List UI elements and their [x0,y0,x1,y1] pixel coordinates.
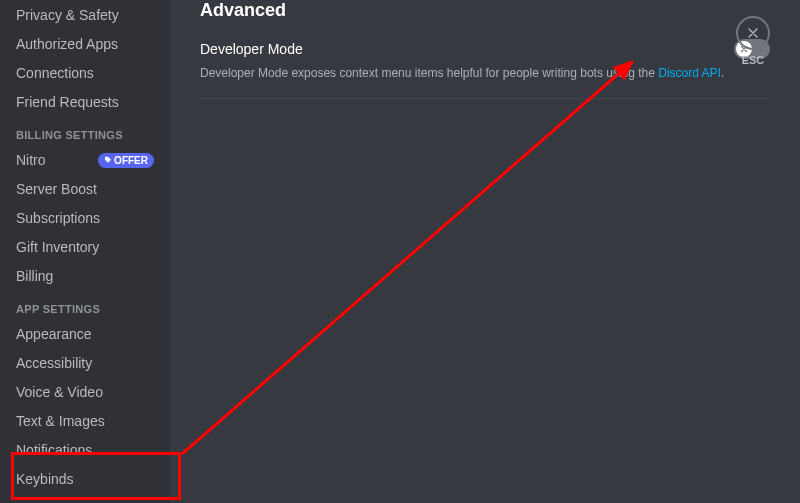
close-icon [745,25,761,41]
sidebar-item-billing[interactable]: Billing [8,262,162,290]
sidebar-item-connections[interactable]: Connections [8,59,162,87]
page-title: Advanced [200,0,770,21]
sidebar-item-server-boost[interactable]: Server Boost [8,175,162,203]
tag-icon [104,156,112,164]
close-button[interactable] [736,16,770,50]
offer-badge: OFFER [98,153,154,168]
sidebar-item-subscriptions[interactable]: Subscriptions [8,204,162,232]
setting-description: Developer Mode exposes context menu item… [200,65,770,82]
close-container: ESC [736,16,770,66]
setting-developer-mode: Developer Mode Developer Mode exposes co… [200,39,770,99]
discord-api-link[interactable]: Discord API [658,66,721,80]
sidebar-item-voice-video[interactable]: Voice & Video [8,378,162,406]
sidebar-item-friend-requests[interactable]: Friend Requests [8,88,162,116]
sidebar-item-text-images[interactable]: Text & Images [8,407,162,435]
sidebar-item-appearance[interactable]: Appearance [8,320,162,348]
main-content: Advanced Developer Mode Developer Mode e… [170,0,800,503]
setting-label: Developer Mode [200,41,303,57]
sidebar-item-privacy-safety[interactable]: Privacy & Safety [8,1,162,29]
sidebar-item-gift-inventory[interactable]: Gift Inventory [8,233,162,261]
sidebar-section-app: APP SETTINGS [8,291,162,319]
sidebar-item-accessibility[interactable]: Accessibility [8,349,162,377]
settings-sidebar: Privacy & Safety Authorized Apps Connect… [0,0,170,503]
close-label: ESC [742,54,765,66]
sidebar-item-language[interactable]: Language [8,494,162,503]
sidebar-item-authorized-apps[interactable]: Authorized Apps [8,30,162,58]
sidebar-item-nitro[interactable]: Nitro OFFER [8,146,162,174]
sidebar-section-billing: BILLING SETTINGS [8,117,162,145]
sidebar-item-notifications[interactable]: Notifications [8,436,162,464]
sidebar-item-keybinds[interactable]: Keybinds [8,465,162,493]
